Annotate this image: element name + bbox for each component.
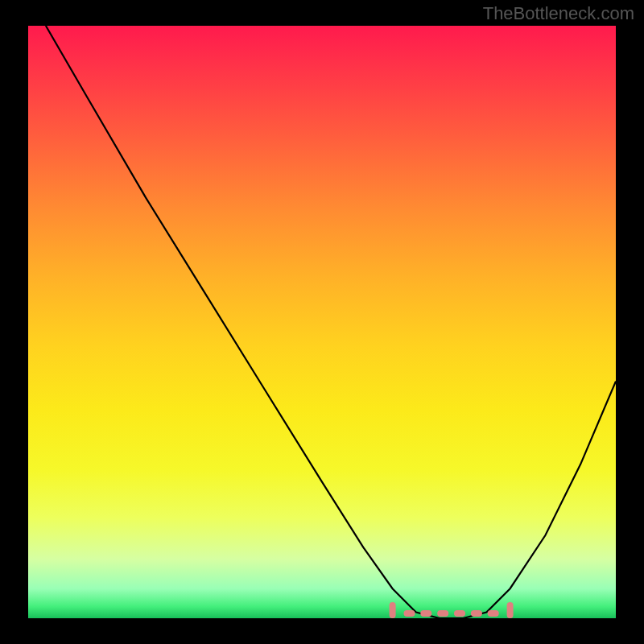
flat-region-dash — [488, 610, 499, 617]
flat-region-dash — [404, 610, 415, 617]
flat-region-cap — [390, 602, 396, 618]
bottleneck-curve-path — [46, 26, 616, 618]
watermark-text: TheBottleneck.com — [483, 3, 634, 24]
curve-svg — [28, 26, 616, 618]
flat-region-dash — [437, 610, 448, 617]
flat-region-dash — [454, 610, 465, 617]
flat-region-cap — [507, 602, 514, 618]
flat-region-dash — [420, 610, 431, 617]
flat-region-dash — [471, 610, 482, 617]
chart-plot-area — [28, 26, 616, 618]
